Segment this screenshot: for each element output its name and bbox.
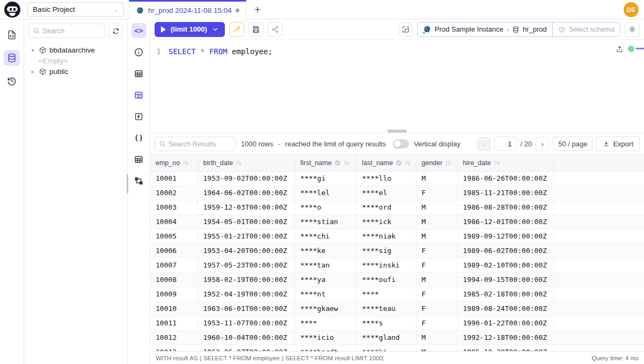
table-cell[interactable]: F xyxy=(416,301,457,316)
table-cell[interactable]: ****oufi xyxy=(356,272,416,287)
table-cell[interactable]: ****ya xyxy=(295,272,356,287)
run-query-button[interactable]: (limit 1000) xyxy=(155,22,225,37)
table-cell[interactable]: 1990-01-22T00:00:00Z xyxy=(457,316,554,330)
app-logo[interactable] xyxy=(0,0,24,19)
table-cell[interactable]: ****ord xyxy=(356,200,416,214)
new-tab-button[interactable]: + xyxy=(246,0,269,19)
sidebar-search[interactable] xyxy=(28,24,105,38)
vertical-display-toggle[interactable] xyxy=(393,139,409,148)
table-cell[interactable]: ****teau xyxy=(356,301,416,316)
avatar[interactable]: DE xyxy=(624,2,639,17)
sidebar-resize-handle[interactable] xyxy=(127,174,128,194)
table-cell[interactable]: M xyxy=(416,171,457,185)
table-cell[interactable]: ****chi xyxy=(295,229,356,243)
table-cell[interactable]: 1992-12-18T00:00:00Z xyxy=(457,330,554,345)
table-cell[interactable]: ****gkaew xyxy=(295,301,356,316)
table-cell[interactable]: 10003 xyxy=(150,200,197,214)
table-cell[interactable]: ****tan xyxy=(295,258,356,272)
table-cell[interactable]: ****llo xyxy=(356,171,416,185)
table-cell[interactable]: 10013 xyxy=(150,345,197,351)
table-cell[interactable]: 1953-09-02T00:00:00Z xyxy=(197,171,295,185)
table-cell[interactable]: 10007 xyxy=(150,258,197,272)
table-cell[interactable]: ****inski xyxy=(356,258,416,272)
prev-page-button[interactable]: ‹ xyxy=(477,137,491,151)
column-header-birth_date[interactable]: birth_date xyxy=(197,155,295,171)
table-cell[interactable]: 10005 xyxy=(150,229,197,243)
table-cell[interactable]: M xyxy=(416,229,457,243)
table-cell[interactable]: 10001 xyxy=(150,171,197,185)
next-page-button[interactable]: › xyxy=(536,137,549,151)
table-cell[interactable]: 1955-01-21T00:00:00Z xyxy=(197,229,295,243)
table-cell[interactable]: F xyxy=(416,185,457,200)
schema-select[interactable]: Select schema xyxy=(552,23,620,36)
format-sql-button[interactable] xyxy=(229,22,244,37)
tab-hr-prod[interactable]: hr_prod 2024-11-08 15:04 xyxy=(129,0,246,19)
table-cell[interactable]: 1986-08-28T00:00:00Z xyxy=(457,200,554,214)
panel-resize-handle[interactable] xyxy=(150,129,644,133)
table-cell[interactable]: 1958-02-19T00:00:00Z xyxy=(197,272,295,287)
table-cell[interactable]: F xyxy=(416,243,457,258)
info-icon[interactable] xyxy=(131,44,147,60)
table-cell[interactable]: ****nt xyxy=(295,287,356,301)
procedures-icon[interactable]: () xyxy=(131,130,147,145)
table-cell[interactable]: 10006 xyxy=(150,243,197,258)
table-cell[interactable]: ****s xyxy=(356,316,416,330)
table-cell[interactable]: 10012 xyxy=(150,330,197,345)
table-cell[interactable]: 1985-02-18T00:00:00Z xyxy=(457,287,554,301)
table-cell[interactable]: 1959-12-03T00:00:00Z xyxy=(197,200,295,214)
tree-item-public[interactable]: ▸ public xyxy=(30,66,122,77)
table-cell[interactable]: **** xyxy=(356,287,416,301)
worksheet-icon[interactable] xyxy=(4,27,20,43)
table-cell[interactable]: 1985-11-21T00:00:00Z xyxy=(457,185,554,200)
table-cell[interactable]: ****niak xyxy=(356,229,416,243)
table-cell[interactable]: 1994-09-15T00:00:00Z xyxy=(457,272,554,287)
table-cell[interactable]: M xyxy=(416,214,457,229)
tree-item-bbdataarchive[interactable]: ▾ bbdataarchive xyxy=(30,44,122,55)
table-cell[interactable]: 1964-06-02T00:00:00Z xyxy=(197,185,295,200)
table-cell[interactable]: F xyxy=(416,316,457,330)
export-button[interactable]: Export xyxy=(596,136,640,151)
table-cell[interactable]: 1953-04-20T00:00:00Z xyxy=(197,243,295,258)
table-cell[interactable]: 1952-04-19T00:00:00Z xyxy=(197,287,295,301)
table-cell[interactable]: ****ke xyxy=(295,243,356,258)
table-cell[interactable]: 1954-05-01T00:00:00Z xyxy=(197,214,295,229)
table-cell[interactable]: ****icio xyxy=(295,330,356,345)
table-cell[interactable]: 1960-10-04T00:00:00Z xyxy=(197,330,295,345)
table-cell[interactable]: 1989-06-02T00:00:00Z xyxy=(457,243,554,258)
save-button[interactable] xyxy=(248,22,264,37)
table-cell[interactable]: 1986-06-26T00:00:00Z xyxy=(457,171,554,185)
column-header-last_name[interactable]: last_name xyxy=(356,155,416,171)
table-cell[interactable]: 1986-12-01T00:00:00Z xyxy=(457,214,554,229)
sql-editor[interactable]: 1 SELECT * FROM employee; xyxy=(150,40,644,129)
table-cell[interactable]: 1985-10-20T00:00:00Z xyxy=(457,345,554,351)
table-cell[interactable]: 10002 xyxy=(150,185,197,200)
column-header-gender[interactable]: gender xyxy=(416,155,457,171)
table-cell[interactable]: 10011 xyxy=(150,316,197,330)
table-cell[interactable]: 10010 xyxy=(150,301,197,316)
table-cell[interactable]: M xyxy=(416,272,457,287)
table-cell[interactable]: ****ki xyxy=(356,345,416,351)
table-cell[interactable]: 10008 xyxy=(150,272,197,287)
table-cell[interactable]: 1963-06-07T00:00:00Z xyxy=(197,345,295,351)
code-view-icon[interactable]: <> xyxy=(131,23,147,38)
results-search-input[interactable] xyxy=(169,140,232,148)
table-cell[interactable]: 1957-05-23T00:00:00Z xyxy=(197,258,295,272)
results-search[interactable] xyxy=(155,137,236,151)
table-cell[interactable]: 10004 xyxy=(150,214,197,229)
database-panel-icon[interactable] xyxy=(4,50,20,66)
views-icon[interactable] xyxy=(131,152,147,167)
batch-mode-button[interactable] xyxy=(399,23,413,36)
share-button[interactable] xyxy=(268,22,283,37)
table-cell[interactable]: ****ick xyxy=(356,214,416,229)
table-cell[interactable]: M xyxy=(416,345,457,351)
ai-assistant-button[interactable]: ❋ xyxy=(625,22,640,37)
column-header-emp_no[interactable]: emp_no xyxy=(150,155,197,171)
table-cell[interactable]: ****sig xyxy=(356,243,416,258)
page-number-input[interactable] xyxy=(494,137,517,151)
table-cell[interactable]: 1989-02-10T00:00:00Z xyxy=(457,258,554,272)
tables-icon[interactable] xyxy=(131,66,147,81)
table-cell[interactable]: ****el xyxy=(356,185,416,200)
table-cell[interactable]: ****lel xyxy=(295,185,356,200)
history-icon[interactable] xyxy=(4,73,20,89)
project-select[interactable]: Basic Project ⌄ xyxy=(27,2,124,17)
